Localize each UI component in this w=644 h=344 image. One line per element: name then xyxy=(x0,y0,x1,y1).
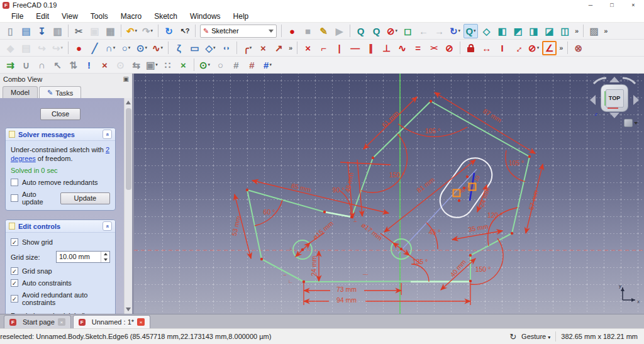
update-button[interactable]: Update xyxy=(60,192,110,204)
view-front-icon[interactable]: ◧ xyxy=(495,24,509,38)
constraint-horizontal-distance-icon[interactable]: ↔ xyxy=(479,41,494,55)
constraint-perpendicular-icon[interactable]: ⊥ xyxy=(379,41,394,55)
menu-item-sketch[interactable]: Sketch xyxy=(148,11,184,22)
select-redundant-icon[interactable]: × xyxy=(97,58,112,72)
copy-icon[interactable]: ▣ xyxy=(87,24,102,38)
create-slot-icon[interactable]: ◖◗ xyxy=(219,41,233,55)
structure-part-icon[interactable]: ◆ xyxy=(3,41,18,55)
box-element-selection-icon[interactable]: ◻ xyxy=(401,24,415,38)
zoom-fit-all-icon[interactable]: Q xyxy=(353,24,368,38)
create-arc-icon[interactable]: ∩▾ xyxy=(103,41,118,55)
bspline-comb-icon[interactable]: # xyxy=(245,58,259,72)
clone-icon[interactable]: ▣▾ xyxy=(145,58,159,72)
menu-item-file[interactable]: File xyxy=(5,11,30,22)
create-rectangle-icon[interactable]: ▭ xyxy=(187,41,202,55)
dimension-label[interactable]: 90 ° xyxy=(333,186,345,194)
nav-style-selector[interactable]: Gesture ▾ xyxy=(521,333,550,340)
dimension-label[interactable]: ⊥ xyxy=(353,218,358,223)
dimension-label[interactable]: 94 mm xyxy=(336,296,357,304)
create-polygon-icon[interactable]: ◇▾ xyxy=(203,41,218,55)
constraint-vertical-distance-icon[interactable]: I xyxy=(495,41,509,55)
chevron-down-icon[interactable] xyxy=(269,30,274,33)
nav-arrow-left-icon[interactable] xyxy=(590,95,596,105)
spin-up-button[interactable] xyxy=(101,252,109,257)
rotate-view-icon[interactable]: ↻▾ xyxy=(448,24,462,38)
make-sub-link-icon[interactable]: ↪▾ xyxy=(50,41,65,55)
view-bottom-icon[interactable]: ◫ xyxy=(558,24,572,38)
menu-item-tools[interactable]: Tools xyxy=(84,11,114,22)
avoid-redundant-checkbox[interactable]: ✓ xyxy=(11,295,18,302)
dimension-label[interactable]: 120 ° xyxy=(487,211,503,219)
nav-menu-caret-icon[interactable] xyxy=(634,122,638,125)
toolbar-overflow-button[interactable]: » xyxy=(289,44,292,52)
create-line-icon[interactable]: ╱ xyxy=(87,41,102,55)
dimension-label[interactable]: 105 ° xyxy=(425,127,441,135)
view-axonometric-icon[interactable]: ◇ xyxy=(479,24,494,38)
structure-group-icon[interactable]: ▤ xyxy=(19,41,33,55)
nav-cube-top-label[interactable]: TOP xyxy=(609,95,620,101)
dimension-label[interactable]: 73 mm xyxy=(336,286,357,293)
redo-icon[interactable]: ↷▾ xyxy=(140,24,155,38)
view-top-icon[interactable]: ◩ xyxy=(511,24,525,38)
open-file-icon[interactable]: ▤ xyxy=(19,24,33,38)
macro-edit-icon[interactable]: ✎ xyxy=(316,24,331,38)
new-file-icon[interactable]: ▯ xyxy=(3,24,18,38)
select-dof-icon[interactable]: ⇉ xyxy=(3,58,18,72)
constraint-diameter-icon[interactable]: ⊘▾ xyxy=(526,41,541,55)
constraint-point-on-object-icon[interactable]: ⌐ xyxy=(316,41,331,55)
grid-snap-checkbox[interactable]: ✓ xyxy=(11,267,18,275)
constraint-block-icon[interactable]: ⊘ xyxy=(442,41,457,55)
close-button[interactable]: × xyxy=(623,0,644,10)
connect-edges-icon[interactable]: ∩ xyxy=(35,58,49,72)
close-shape-icon[interactable]: ∪ xyxy=(19,58,33,72)
copy-geometry-icon[interactable]: ∷ xyxy=(160,58,175,72)
tab-close-icon[interactable]: × xyxy=(137,318,145,326)
sketcher-tools-extra-icon[interactable]: ⊗ xyxy=(571,41,586,55)
scroll-thumb[interactable] xyxy=(126,108,131,190)
auto-update-checkbox[interactable] xyxy=(11,194,18,202)
dimension-label[interactable]: ∟ xyxy=(289,246,294,252)
nav-arrow-right-icon[interactable] xyxy=(633,95,639,105)
extend-edge-icon[interactable]: ↗ xyxy=(272,41,286,55)
create-fillet-icon[interactable]: ╭▾ xyxy=(240,41,255,55)
macro-stop-icon[interactable]: ■ xyxy=(301,24,315,38)
nav-back-icon[interactable]: ← xyxy=(416,24,431,38)
bspline-knots-icon[interactable]: #▾ xyxy=(260,58,275,72)
toolbar-overflow-button[interactable]: » xyxy=(575,27,579,35)
make-link-icon[interactable]: ↪ xyxy=(35,41,49,55)
tab-close-icon[interactable]: × xyxy=(58,318,65,326)
constraint-equal-icon[interactable]: = xyxy=(411,41,425,55)
dimension-label[interactable]: — xyxy=(363,271,368,277)
menu-item-help[interactable]: Help xyxy=(227,11,255,22)
nav-arrow-down-icon[interactable] xyxy=(609,113,619,118)
workbench-selector[interactable]: ✎Sketcher xyxy=(200,25,277,38)
select-constraints-icon[interactable]: ↖ xyxy=(50,58,65,72)
menu-item-edit[interactable]: Edit xyxy=(30,11,55,22)
constraint-tangent-icon[interactable]: ∿ xyxy=(395,41,409,55)
document-tab-start-page[interactable]: FStart page× xyxy=(4,315,71,328)
tab-model[interactable]: Model xyxy=(3,86,38,98)
dimension-label[interactable]: – xyxy=(284,272,287,277)
constraint-horizontal-icon[interactable]: — xyxy=(348,41,362,55)
dimension-label[interactable]: 150 ° xyxy=(475,265,491,273)
nav-forward-icon[interactable]: → xyxy=(432,24,447,38)
select-elements-icon[interactable]: ⇅ xyxy=(66,58,80,72)
mini-cube-icon[interactable] xyxy=(624,119,633,127)
navigation-cube[interactable]: TOP xyxy=(601,84,628,112)
nav-rotate-arrows-icon[interactable] xyxy=(590,77,639,84)
scroll-down-icon[interactable] xyxy=(126,308,131,311)
create-conic-icon[interactable]: ⊙▾ xyxy=(135,41,149,55)
auto-constraints-checkbox[interactable]: ✓ xyxy=(11,279,18,287)
whats-this-icon[interactable]: ↖? xyxy=(177,24,192,38)
close-task-button[interactable]: Close xyxy=(40,108,80,120)
bspline-polygon-icon[interactable]: # xyxy=(229,58,243,72)
navigation-cube-cluster[interactable]: TOP z xyxy=(590,77,639,127)
constraint-symmetric-icon[interactable]: >< xyxy=(426,41,441,55)
create-point-icon[interactable]: ● xyxy=(72,41,86,55)
paste-icon[interactable]: ▦ xyxy=(103,24,118,38)
dimension-label[interactable]: 45 ° xyxy=(429,228,441,236)
create-bspline-icon[interactable]: ζ xyxy=(172,41,186,55)
zoom-selection-icon[interactable]: Q xyxy=(369,24,384,38)
select-conflicting-icon[interactable]: ! xyxy=(82,58,96,72)
menu-item-view[interactable]: View xyxy=(55,11,84,22)
